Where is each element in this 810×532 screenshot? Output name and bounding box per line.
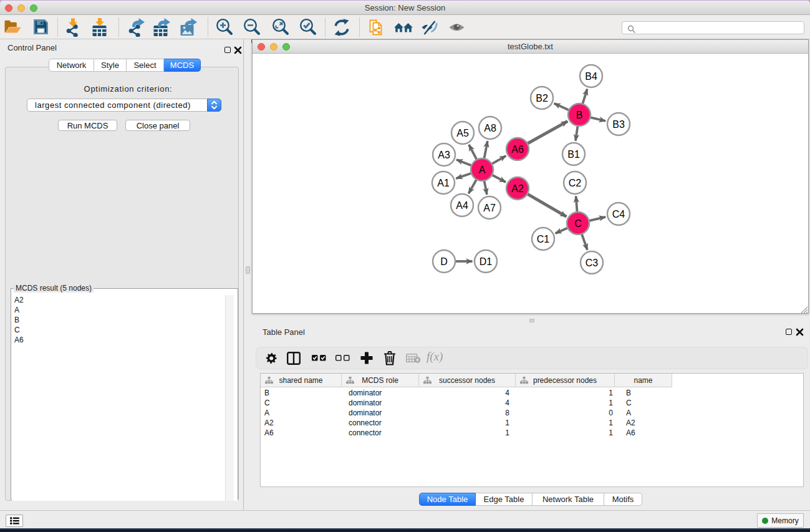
svg-text:A6: A6 xyxy=(511,144,524,155)
svg-text:A: A xyxy=(479,165,486,175)
svg-text:A4: A4 xyxy=(456,200,468,211)
svg-text:D: D xyxy=(440,256,448,267)
svg-text:C: C xyxy=(574,218,582,229)
svg-text:C4: C4 xyxy=(612,209,625,220)
svg-text:A5: A5 xyxy=(456,128,469,138)
svg-text:A3: A3 xyxy=(438,150,450,160)
svg-text:B3: B3 xyxy=(612,119,625,130)
svg-text:C3: C3 xyxy=(586,258,599,268)
svg-text:D1: D1 xyxy=(480,256,493,267)
svg-text:C1: C1 xyxy=(537,234,550,244)
svg-text:A1: A1 xyxy=(437,178,450,188)
svg-text:B2: B2 xyxy=(536,93,548,104)
svg-text:C2: C2 xyxy=(569,178,582,188)
svg-text:B1: B1 xyxy=(567,149,580,160)
svg-text:B: B xyxy=(576,110,583,120)
svg-text:A2: A2 xyxy=(511,183,524,194)
svg-text:A8: A8 xyxy=(484,123,496,133)
svg-text:B4: B4 xyxy=(585,71,597,82)
svg-text:A7: A7 xyxy=(483,203,496,213)
